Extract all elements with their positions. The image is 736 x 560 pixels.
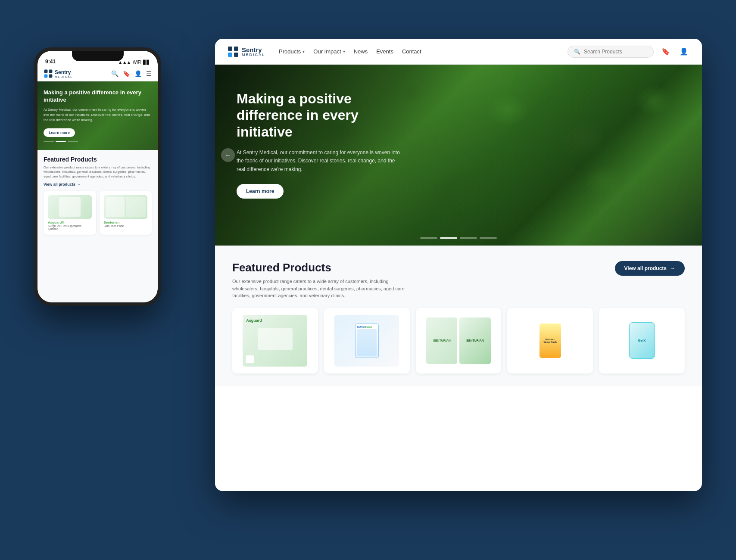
mobile-arrow-icon: → <box>77 182 81 187</box>
desktop-nav: Sentry MEDICAL Products ▾ Our Impact ▾ N… <box>215 39 702 65</box>
mobile-nav-icons: 🔍 🔖 👤 ☰ <box>111 70 152 77</box>
mobile-product-img-senturian <box>104 195 148 219</box>
senturian-pkg1: SENTURIAN <box>426 317 457 364</box>
surgiflex-img-area <box>357 329 377 356</box>
senturian-mobile-pkg2 <box>126 197 146 217</box>
svg-rect-0 <box>228 47 232 51</box>
mobile-product-name-senturian: Senturian <box>104 221 148 224</box>
search-input[interactable] <box>584 49 647 55</box>
qr-code <box>246 355 254 363</box>
product-card-senturian[interactable]: SENTURIAN SENTURIAN <box>416 308 502 373</box>
product-image-asguard: Asguard <box>239 315 311 367</box>
hero-title: Making a positive difference in every in… <box>237 90 400 140</box>
hero-dot-2[interactable] <box>440 237 457 239</box>
nav-news[interactable]: News <box>354 48 368 55</box>
hero-cta-button[interactable]: Learn more <box>237 184 284 199</box>
mobile-featured-desc: Our extensive product range caters to a … <box>44 165 152 179</box>
hero-dot-1 <box>420 237 437 239</box>
bookmark-icon[interactable]: 🔖 <box>660 46 672 58</box>
nav-logo[interactable]: Sentry MEDICAL <box>227 46 265 58</box>
mobile-hero-cta-button[interactable]: Learn more <box>44 128 75 137</box>
mobile-product-card-senturian[interactable]: Senturian Skin Tear Pack <box>100 191 152 235</box>
products-grid: Asguard SURGIFLEX <box>232 308 685 373</box>
svg-rect-5 <box>49 70 53 73</box>
nav-products[interactable]: Products ▾ <box>279 48 305 55</box>
asguard-label: Asguard <box>246 318 304 323</box>
desktop-browser: Sentry MEDICAL Products ▾ Our Impact ▾ N… <box>215 39 702 491</box>
mobile-device: 9:41 ▲▲▲ WiFi ▊▊ Sentry <box>34 47 161 306</box>
hero-dot-4 <box>480 237 497 239</box>
logo-text: Sentry MEDICAL <box>242 47 265 57</box>
mobile-product-card-asguard[interactable]: Asguard® SurgiFlex Post-Operative Silico… <box>44 191 96 235</box>
search-bar[interactable]: 🔍 <box>568 46 654 58</box>
gelx-label: GelX <box>638 339 646 342</box>
surgiflex-package: SURGIFLEX <box>334 315 399 367</box>
nav-our-impact[interactable]: Our Impact ▾ <box>313 48 345 55</box>
battery-icon: ▊▊ <box>143 60 150 65</box>
featured-products-section: Featured Products Our extensive product … <box>215 246 702 386</box>
product-card-surgiflex[interactable]: SURGIFLEX <box>324 308 410 373</box>
hero-section: ← Making a positive difference in every … <box>215 65 702 246</box>
search-icon: 🔍 <box>574 49 580 55</box>
product-card-wrappack[interactable]: KoldtecWrap Pack <box>507 308 593 373</box>
wifi-icon: WiFi <box>133 60 141 65</box>
mobile-menu-icon[interactable]: ☰ <box>146 70 152 77</box>
mobile-product-img-asguard <box>48 195 92 219</box>
mobile-notch <box>72 51 124 61</box>
featured-title: Featured Products <box>232 261 413 274</box>
view-all-products-button[interactable]: View all products → <box>615 261 685 276</box>
mobile-view-all-button[interactable]: View all products → <box>44 182 152 187</box>
svg-rect-3 <box>234 53 238 57</box>
mobile-screen: 9:41 ▲▲▲ WiFi ▊▊ Sentry <box>37 51 158 302</box>
mobile-dot-2[interactable] <box>56 141 66 142</box>
mobile-status-icons: ▲▲▲ WiFi ▊▊ <box>118 60 150 65</box>
mobile-logo-text: Sentry MEDICAL <box>55 69 73 78</box>
wrappack-package: KoldtecWrap Pack <box>518 315 583 367</box>
asguard-package: Asguard <box>243 315 307 367</box>
svg-rect-7 <box>49 75 53 78</box>
product-image-surgiflex: SURGIFLEX <box>331 315 403 367</box>
featured-header: Featured Products Our extensive product … <box>232 261 685 299</box>
nav-contact[interactable]: Contact <box>402 48 421 55</box>
mobile-logo[interactable]: Sentry MEDICAL <box>44 69 73 78</box>
gelx-pkg: GelX <box>629 322 655 359</box>
nav-events[interactable]: Events <box>376 48 393 55</box>
mobile-dots <box>44 141 152 142</box>
asguard-barcode <box>246 355 304 363</box>
surgiflex-product-img: SURGIFLEX <box>355 324 379 358</box>
senturian-pkg2: SENTURIAN <box>459 317 490 364</box>
nav-links: Products ▾ Our Impact ▾ News Events Cont… <box>279 48 557 55</box>
logo-sentry: Sentry <box>242 47 265 53</box>
mobile-time: 9:41 <box>45 59 56 65</box>
product-card-asguard[interactable]: Asguard <box>232 308 318 373</box>
mobile-nav: Sentry MEDICAL 🔍 🔖 👤 ☰ <box>37 66 158 81</box>
asguard-mobile-pkg <box>59 197 81 217</box>
hero-prev-button[interactable]: ← <box>221 148 235 162</box>
product-image-senturian: SENTURIAN SENTURIAN <box>423 315 495 367</box>
wrappack-pkg: KoldtecWrap Pack <box>540 324 561 358</box>
nav-right: 🔍 🔖 👤 <box>568 46 690 58</box>
svg-rect-1 <box>234 47 238 51</box>
mobile-dot-3 <box>68 141 78 142</box>
svg-rect-2 <box>228 53 232 57</box>
hero-content: Making a positive difference in every in… <box>237 90 400 199</box>
mobile-product-name-asguard: Asguard® <box>48 221 92 224</box>
mobile-featured: Featured Products Our extensive product … <box>37 150 158 302</box>
mobile-hero-title: Making a positive difference in every in… <box>44 89 152 104</box>
mobile-search-icon[interactable]: 🔍 <box>111 70 119 77</box>
user-icon[interactable]: 👤 <box>678 46 690 58</box>
surgiflex-label: SURGIFLEX <box>357 326 377 328</box>
product-card-gelx[interactable]: GelX <box>599 308 685 373</box>
chevron-down-icon: ▾ <box>343 49 345 54</box>
featured-description: Our extensive product range caters to a … <box>232 278 413 299</box>
mobile-bookmark-icon[interactable]: 🔖 <box>123 70 130 77</box>
svg-rect-6 <box>44 75 48 78</box>
mobile-logo-icon <box>44 69 53 78</box>
product-image-wrappack: KoldtecWrap Pack <box>514 315 586 367</box>
mobile-hero: Making a positive difference in every in… <box>37 81 158 150</box>
scene: Sentry MEDICAL Products ▾ Our Impact ▾ N… <box>34 26 702 534</box>
hero-description: At Sentry Medical, our commitment to car… <box>237 149 400 174</box>
asguard-product-img <box>258 328 292 350</box>
senturian-packages: SENTURIAN SENTURIAN <box>426 315 491 367</box>
mobile-user-icon[interactable]: 👤 <box>134 70 142 77</box>
